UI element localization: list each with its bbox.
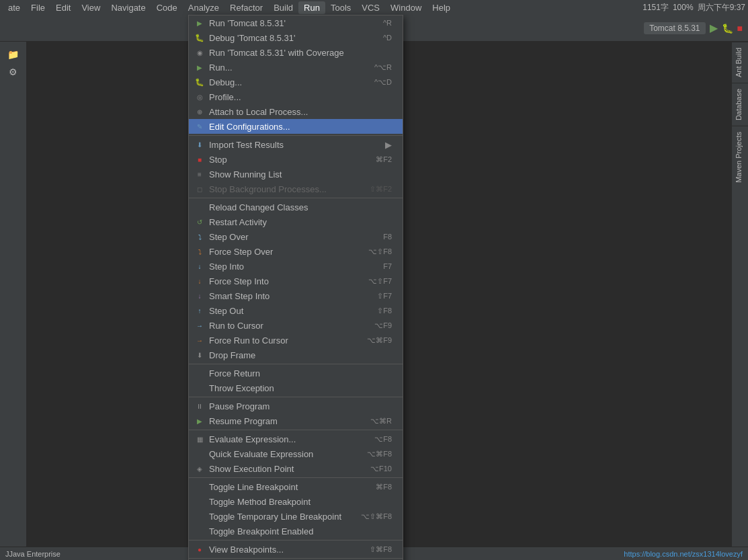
- run-icon: ▶: [194, 62, 205, 73]
- menu-profile[interactable]: ◎ Profile...: [189, 89, 403, 104]
- debug-button[interactable]: 🐛: [722, 23, 733, 34]
- structure-icon[interactable]: ⚙: [6, 65, 21, 79]
- menu-run[interactable]: ▶ Run... ^⌥R: [189, 60, 403, 75]
- menu-throw-exception[interactable]: Throw Exception: [189, 381, 403, 395]
- toggle-line-bp-icon: [194, 481, 205, 492]
- toggle-temp-bp-label: Toggle Temporary Line Breakpoint: [209, 512, 361, 522]
- drop-frame-label: Drop Frame: [209, 350, 392, 360]
- force-step-into-label: Force Step Into: [209, 276, 368, 286]
- menu-debug[interactable]: 🐛 Debug... ^⌥D: [189, 75, 403, 89]
- stop-bg-icon: ◻: [194, 184, 205, 194]
- view-breakpoints-label: View Breakpoints...: [209, 545, 370, 555]
- evaluate-label: Evaluate Expression...: [209, 434, 374, 444]
- menu-reload-classes[interactable]: Reload Changed Classes: [189, 200, 403, 214]
- menu-force-run-cursor[interactable]: → Force Run to Cursor ⌥⌘F9: [189, 333, 403, 348]
- project-icon[interactable]: 📁: [6, 47, 21, 62]
- menu-restart-activity[interactable]: ↺ Restart Activity: [189, 214, 403, 229]
- menu-run-tomcat[interactable]: ▶ Run 'Tomcat 8.5.31' ^R: [189, 15, 403, 30]
- restart-icon: ↺: [194, 216, 205, 227]
- quick-eval-shortcut: ⌥⌘F8: [367, 450, 392, 458]
- step-over-icon: ⤵: [194, 231, 205, 242]
- import-results-label: Import Test Results: [209, 140, 382, 150]
- menu-debug-tomcat[interactable]: 🐛 Debug 'Tomcat 8.5.31' ^D: [189, 30, 403, 45]
- url-link[interactable]: https://blog.csdn.net/zsx1314lovezyf: [624, 550, 743, 558]
- menu-item-build[interactable]: Build: [268, 1, 298, 14]
- menu-evaluate[interactable]: ▦ Evaluate Expression... ⌥F8: [189, 432, 403, 446]
- menu-item-file[interactable]: File: [26, 1, 50, 14]
- menu-view-breakpoints[interactable]: ● View Breakpoints... ⇧⌘F8: [189, 542, 403, 557]
- menu-toggle-temp-bp[interactable]: Toggle Temporary Line Breakpoint ⌥⇧⌘F8: [189, 509, 403, 524]
- menu-toggle-line-bp[interactable]: Toggle Line Breakpoint ⌘F8: [189, 479, 403, 494]
- menu-pause-program[interactable]: ⏸ Pause Program: [189, 399, 403, 413]
- view-bp-icon: ●: [194, 544, 205, 555]
- stop-bg-label: Stop Background Processes...: [209, 184, 370, 194]
- maven-tab[interactable]: Maven Projects: [732, 126, 748, 188]
- smart-step-into-label: Smart Step Into: [209, 291, 377, 301]
- smart-step-icon: ↓: [194, 290, 205, 301]
- menu-item-view[interactable]: View: [76, 1, 106, 14]
- menu-import-results[interactable]: ⬇ Import Test Results ▶: [189, 137, 403, 152]
- menu-show-running[interactable]: ≡ Show Running List: [189, 167, 403, 182]
- toggle-bp-enabled-label: Toggle Breakpoint Enabled: [209, 526, 392, 536]
- menu-item-navigate[interactable]: Navigate: [106, 1, 151, 14]
- menu-item-analyze[interactable]: Analyze: [183, 1, 224, 14]
- separator-3: [189, 364, 403, 364]
- menu-force-step-over[interactable]: ⤵ Force Step Over ⌥⇧F8: [189, 244, 403, 259]
- menu-attach[interactable]: ⊕ Attach to Local Process...: [189, 104, 403, 119]
- step-out-shortcut: ⇧F8: [377, 307, 392, 315]
- separator-1: [189, 135, 403, 136]
- menu-item-window[interactable]: Window: [385, 1, 427, 14]
- menu-step-over[interactable]: ⤵ Step Over F8: [189, 229, 403, 244]
- separator-6: [189, 477, 403, 478]
- menu-bar-right: 1151字 100% 周六下午9:37: [642, 2, 745, 13]
- menu-quick-evaluate[interactable]: Quick Evaluate Expression ⌥⌘F8: [189, 446, 403, 461]
- menu-stop-bg[interactable]: ◻ Stop Background Processes... ⇧⌘F2: [189, 182, 403, 196]
- force-return-icon: [194, 368, 205, 378]
- menu-item-refactor[interactable]: Refactor: [224, 1, 268, 14]
- menu-run-to-cursor[interactable]: → Run to Cursor ⌥F9: [189, 318, 403, 333]
- menu-stop[interactable]: ■ Stop ⌘F2: [189, 152, 403, 167]
- reload-icon: [194, 202, 205, 212]
- menu-toggle-bp-enabled[interactable]: Toggle Breakpoint Enabled: [189, 524, 403, 538]
- menu-bar: ate File Edit View Navigate Code Analyze…: [0, 0, 748, 15]
- menu-item-help[interactable]: Help: [427, 1, 456, 14]
- menu-item-tools[interactable]: Tools: [325, 1, 356, 14]
- menu-item-vcs[interactable]: VCS: [356, 1, 385, 14]
- run-dropdown-menu: ▶ Run 'Tomcat 8.5.31' ^R 🐛 Debug 'Tomcat…: [188, 15, 403, 560]
- menu-drop-frame[interactable]: ⬇ Drop Frame: [189, 348, 403, 362]
- coverage-icon: ◉: [194, 47, 205, 58]
- evaluate-shortcut: ⌥F8: [374, 435, 392, 444]
- toggle-line-bp-label: Toggle Line Breakpoint: [209, 482, 376, 492]
- debug-tomcat-label: Debug 'Tomcat 8.5.31': [209, 33, 383, 43]
- run-config-label: Tomcat 8.5.31: [644, 22, 705, 34]
- menu-edit-configs[interactable]: ✎ Edit Configurations...: [189, 119, 403, 134]
- menu-toggle-method-bp[interactable]: Toggle Method Breakpoint: [189, 494, 403, 509]
- throw-exception-label: Throw Exception: [209, 383, 392, 393]
- menu-force-step-into[interactable]: ↓ Force Step Into ⌥⇧F7: [189, 274, 403, 288]
- debug-tomcat-shortcut: ^D: [383, 34, 392, 42]
- exec-point-icon: ◈: [194, 463, 205, 474]
- database-tab[interactable]: Database: [732, 83, 748, 126]
- run-coverage-label: Run 'Tomcat 8.5.31' with Coverage: [209, 48, 392, 58]
- menu-resume-program[interactable]: ▶ Resume Program ⌥⌘R: [189, 413, 403, 428]
- menu-step-out[interactable]: ↑ Step Out ⇧F8: [189, 303, 403, 318]
- resume-icon: ▶: [194, 415, 205, 426]
- ant-build-tab[interactable]: Ant Build: [732, 42, 748, 83]
- menu-item-code[interactable]: Code: [151, 1, 183, 14]
- stop-button[interactable]: ■: [737, 23, 743, 34]
- pause-program-label: Pause Program: [209, 401, 392, 411]
- step-out-icon: ↑: [194, 305, 205, 316]
- menu-step-into[interactable]: ↓ Step Into F7: [189, 259, 403, 274]
- menu-show-exec-point[interactable]: ◈ Show Execution Point ⌥F10: [189, 461, 403, 476]
- force-cursor-icon: →: [194, 335, 205, 346]
- clock: 周六下午9:37: [698, 2, 745, 13]
- run-button[interactable]: ▶: [710, 22, 718, 34]
- run-cursor-icon: →: [194, 320, 205, 331]
- menu-item-run[interactable]: Run: [298, 1, 325, 14]
- menu-force-return[interactable]: Force Return: [189, 366, 403, 381]
- menu-item-ate[interactable]: ate: [3, 1, 26, 14]
- menu-smart-step-into[interactable]: ↓ Smart Step Into ⇧F7: [189, 288, 403, 303]
- menu-item-edit[interactable]: Edit: [50, 1, 76, 14]
- menu-run-coverage[interactable]: ◉ Run 'Tomcat 8.5.31' with Coverage: [189, 45, 403, 60]
- profile-label: Profile...: [209, 92, 392, 102]
